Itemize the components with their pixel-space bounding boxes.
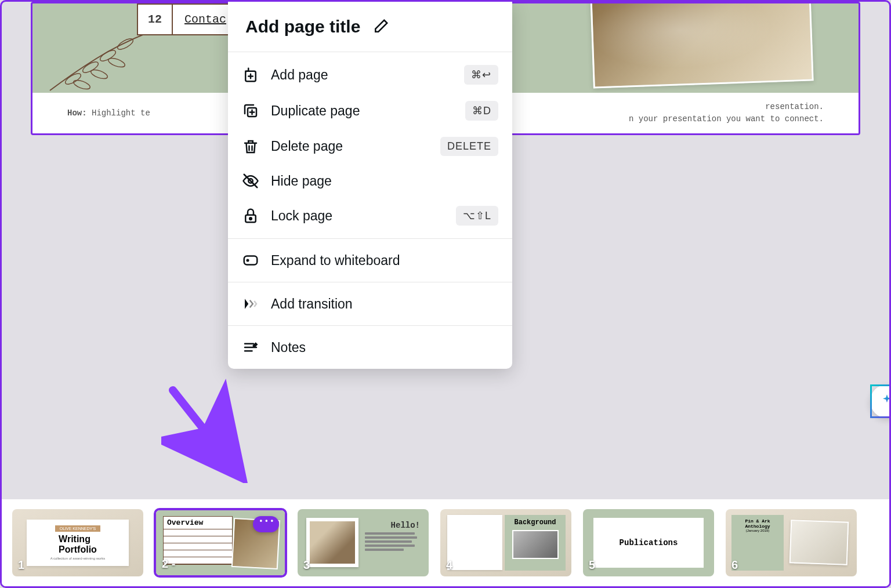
- menu-label: Add page: [271, 67, 464, 83]
- svg-point-6: [107, 56, 126, 69]
- notes-item[interactable]: Notes: [228, 331, 512, 364]
- menu-header: Add page title: [228, 2, 512, 52]
- lock-page-item[interactable]: Lock page ⌥⇧L: [228, 198, 512, 234]
- thumbnail-3[interactable]: Hello! 3: [296, 508, 430, 578]
- thumb-number: 3: [303, 558, 310, 572]
- page-title-input[interactable]: Add page title: [245, 17, 360, 37]
- menu-shortcut: ⌘↩: [464, 65, 498, 85]
- thumb-title: Writing Portfolio: [59, 534, 97, 554]
- menu-label: Duplicate page: [271, 103, 465, 119]
- menu-label: Lock page: [271, 208, 456, 224]
- menu-label: Hide page: [271, 173, 498, 189]
- thumbnail-strip: OLIVE KENNEDY'S Writing Portfolio A coll…: [2, 499, 889, 586]
- lock-icon: [242, 207, 259, 224]
- add-transition-item[interactable]: Add transition: [228, 287, 512, 321]
- magic-fab-button[interactable]: [870, 384, 891, 418]
- transition-icon: [242, 295, 259, 313]
- thumb-number: 1: [18, 558, 24, 572]
- thumb-title: Publications: [620, 538, 678, 547]
- menu-shortcut: DELETE: [440, 137, 498, 156]
- duplicate-icon: [242, 102, 259, 119]
- hide-icon: [242, 172, 259, 190]
- thumb-number: 6: [731, 558, 738, 572]
- add-page-icon: [242, 66, 259, 84]
- thumb-number: 4: [446, 558, 452, 572]
- thumb-number: 5: [589, 558, 595, 572]
- thumbnail-6[interactable]: Pin & Ark Anthology(January 2019) 6: [725, 508, 858, 578]
- page-context-menu: Add page title Add page ⌘↩ Duplicate pag…: [228, 2, 512, 369]
- thumbnail-2[interactable]: Overview 2 -: [154, 508, 287, 578]
- thumb-title: Background: [514, 518, 556, 527]
- menu-label: Notes: [271, 340, 498, 355]
- thumb-sub: (January 2019): [735, 529, 780, 532]
- thumb-number: 2 -: [162, 557, 175, 571]
- svg-point-3: [116, 37, 135, 51]
- thumb-title: Pin & Ark Anthology: [735, 518, 780, 529]
- add-page-item[interactable]: Add page ⌘↩: [228, 57, 512, 93]
- svg-point-4: [73, 78, 91, 91]
- thumbnail-4[interactable]: Background 4: [439, 508, 573, 578]
- thumb-sub: A collection of award-winning works: [50, 557, 106, 560]
- svg-point-13: [247, 260, 249, 262]
- footer-how-text: Highlight te: [92, 108, 150, 118]
- slide-photo[interactable]: [590, 2, 813, 89]
- duplicate-page-item[interactable]: Duplicate page ⌘D: [228, 93, 512, 129]
- leaf-decoration: [44, 27, 160, 96]
- thumb-title: Hello!: [391, 521, 420, 530]
- svg-point-5: [90, 68, 108, 81]
- menu-shortcut: ⌥⇧L: [456, 206, 498, 226]
- annotation-arrow: [161, 379, 254, 483]
- menu-label: Delete page: [271, 139, 440, 154]
- thumb-title: Overview: [164, 517, 232, 529]
- thumbnail-1[interactable]: OLIVE KENNEDY'S Writing Portfolio A coll…: [11, 508, 144, 578]
- expand-icon: [242, 252, 259, 269]
- svg-rect-12: [244, 256, 258, 265]
- hide-page-item[interactable]: Hide page: [228, 164, 512, 198]
- row-number: 12: [138, 5, 173, 34]
- notes-icon: [242, 339, 259, 356]
- delete-page-item[interactable]: Delete page DELETE: [228, 129, 512, 164]
- slide-table-row[interactable]: 12 Contac: [137, 3, 239, 35]
- expand-whiteboard-item[interactable]: Expand to whiteboard: [228, 244, 512, 277]
- footer-how-label: How:: [67, 108, 87, 118]
- footer-right: resentation.n your presentation you want…: [629, 101, 824, 125]
- sparkle-icon: [879, 393, 891, 409]
- menu-label: Expand to whiteboard: [271, 253, 498, 268]
- edit-title-icon[interactable]: [372, 18, 389, 35]
- trash-icon: [242, 138, 259, 155]
- thumb-tag: OLIVE KENNEDY'S: [55, 525, 100, 532]
- menu-shortcut: ⌘D: [465, 101, 498, 121]
- svg-point-11: [249, 217, 252, 220]
- menu-label: Add transition: [271, 296, 498, 312]
- thumbnail-5[interactable]: Publications 5: [582, 508, 715, 578]
